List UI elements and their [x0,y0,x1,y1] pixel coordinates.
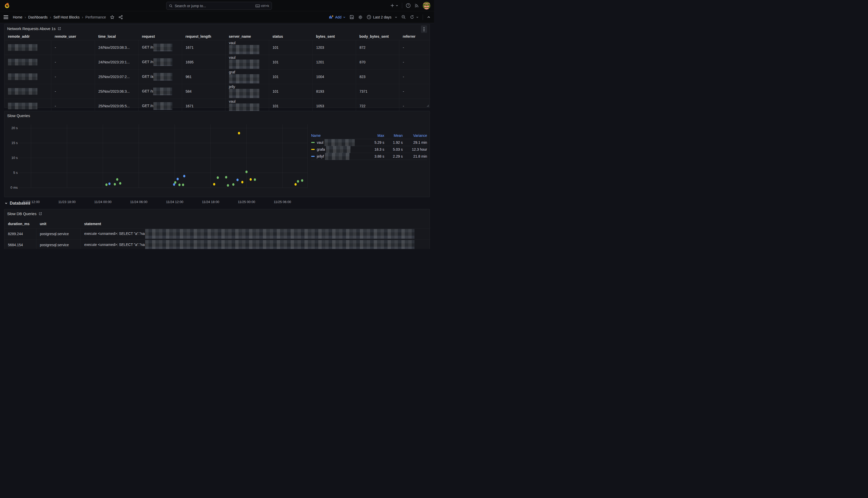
cell-value: GET /s [142,89,153,93]
cell-value: graf [229,70,235,74]
table-header-row: duration_ms unit statement [4,220,430,228]
star-icon [110,15,114,19]
x-axis-label: 11/25 00:00 [234,200,259,204]
legend-header-max[interactable]: Max [366,133,384,137]
cell-bytes-sent: 1201 [312,55,356,69]
cell-value: GET /a [142,75,153,79]
column-header[interactable]: remote_addr [4,33,51,40]
breadcrumb-home[interactable]: Home [13,15,22,19]
column-header[interactable]: request_length [182,33,225,40]
cell-value: 101 [273,89,279,93]
refresh-button[interactable] [410,15,419,19]
external-link-icon[interactable] [58,27,61,30]
panel-title-slow-db-queries[interactable]: Slow DB Queries [7,211,42,216]
panel-title-network-requests[interactable]: Network Requests Above 1s [7,26,61,31]
cell-value: 8193 [316,89,324,93]
collapse-toolbar-button[interactable] [427,16,430,19]
time-range-picker[interactable]: Last 2 days [367,15,397,19]
column-header[interactable]: time_local [95,33,138,40]
column-header[interactable]: body_bytes_sent [356,33,399,40]
panel-title-text: Slow DB Queries [7,211,37,216]
favorite-button[interactable] [110,15,114,19]
legend-series-toggle[interactable]: vaul [311,139,366,146]
column-header[interactable]: request [138,33,182,40]
breadcrumb-self-host-blocks[interactable]: Self Host Blocks [53,15,80,19]
cell-value: 870 [360,60,366,64]
add-panel-button[interactable]: Add [329,15,345,19]
scatter-point [114,183,116,186]
legend-header-mean[interactable]: Mean [384,133,403,137]
legend-series-toggle[interactable]: jellyf [311,153,366,160]
column-header[interactable]: unit [36,220,81,228]
user-avatar[interactable] [423,2,430,10]
zoom-out-time-button[interactable] [402,15,406,19]
panel-resize-handle[interactable] [426,104,429,107]
dashboard-settings-button[interactable] [358,15,363,19]
cell-value: 722 [360,104,366,108]
redacted-request [153,102,172,110]
external-link-icon[interactable] [39,212,42,215]
scatter-point [232,183,234,186]
redacted-ip [8,44,38,51]
search-input[interactable]: Search or jump to... ctrl+k [166,2,272,10]
column-header[interactable]: duration_ms [4,220,36,228]
slow-queries-chart: 20 s 15 s 10 s 5 s 0 ms 11/23 12:00 11/2… [4,121,430,196]
grafana-logo-icon[interactable] [4,2,10,9]
panel-network-requests: Network Requests Above 1s [4,24,430,108]
column-header[interactable]: referrer [399,33,430,40]
series-name-prefix: grafa [317,147,325,152]
cell-body-bytes-sent: 7371 [356,84,399,99]
keyboard-icon [256,4,260,8]
cell-status: 101 [269,55,312,69]
breadcrumb-separator: › [50,15,51,19]
cell-server-name: graf [225,69,269,84]
avatar-pixel-art [423,2,430,10]
table-row: - 24/Nov/2023:20:1... GET /n 1695 vaul 1… [4,55,430,69]
chevron-down-icon [343,16,345,18]
cell-request-length: 584 [182,84,225,99]
scatter-point [225,176,227,179]
breadcrumb-dashboards[interactable]: Dashboards [28,15,48,19]
cell-referrer: - [399,40,430,55]
redacted-statement [145,240,415,249]
panel-menu-button[interactable] [421,25,427,33]
cell-remote-addr [4,40,51,55]
cell-server-name: vaul [225,55,269,69]
cell-value: 101 [273,60,279,64]
column-header[interactable]: status [269,33,312,40]
legend-max-value: 3.88 s [366,154,384,158]
mega-menu-button[interactable] [4,15,8,19]
cell-value: - [55,89,56,93]
table-row: 5684.154 postgresql.service execute <unn… [4,239,430,249]
column-header[interactable]: statement [81,220,430,228]
redacted-server [229,74,259,83]
column-header[interactable]: remote_user [51,33,95,40]
legend-header-variance[interactable]: Variance [403,133,427,137]
help-button[interactable]: ? [406,3,411,8]
cell-value: jelly [229,85,235,89]
scatter-point [177,178,179,180]
legend-header-name[interactable]: Name [311,133,321,137]
panel-title-slow-queries[interactable]: Slow Queries [7,114,30,118]
legend-series-toggle[interactable]: grafa [311,146,366,153]
cell-request-length: 1695 [182,55,225,69]
plus-icon [390,4,394,8]
cell-value: - [55,60,56,64]
table-header-row: remote_addr remote_user time_local reque… [4,33,430,40]
dashboard-toolbar: Home › Dashboards › Self Host Blocks › P… [0,11,434,23]
column-header[interactable]: server_name [225,33,269,40]
scatter-point [241,181,243,184]
cell-request: GET /s [138,84,182,99]
save-dashboard-button[interactable] [350,15,354,19]
scatter-point [245,171,247,173]
add-label: Add [335,15,341,19]
cell-remote-addr [4,69,51,84]
question-circle-icon: ? [406,3,411,8]
top-navbar: Search or jump to... ctrl+k [0,0,434,11]
column-header[interactable]: bytes_sent [312,33,356,40]
new-button[interactable] [390,4,398,8]
share-button[interactable] [119,15,123,19]
news-button[interactable] [414,3,419,8]
cell-server-name: vaul [225,40,269,55]
cell-value: 961 [186,75,192,79]
